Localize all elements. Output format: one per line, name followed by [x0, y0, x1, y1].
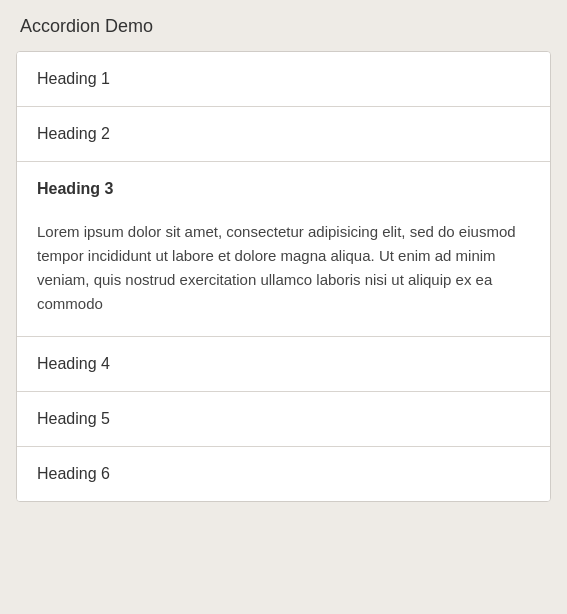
- accordion-header-5[interactable]: Heading 5: [17, 392, 550, 446]
- accordion-item-2: Heading 2: [17, 107, 550, 162]
- accordion-header-2[interactable]: Heading 2: [17, 107, 550, 161]
- accordion-item-3: Heading 3Lorem ipsum dolor sit amet, con…: [17, 162, 550, 337]
- page-container: Accordion Demo Heading 1Heading 2Heading…: [0, 0, 567, 614]
- accordion-header-6[interactable]: Heading 6: [17, 447, 550, 501]
- accordion-header-1[interactable]: Heading 1: [17, 52, 550, 106]
- accordion: Heading 1Heading 2Heading 3Lorem ipsum d…: [16, 51, 551, 502]
- accordion-item-5: Heading 5: [17, 392, 550, 447]
- accordion-item-6: Heading 6: [17, 447, 550, 501]
- accordion-header-3[interactable]: Heading 3: [17, 162, 550, 216]
- accordion-item-4: Heading 4: [17, 337, 550, 392]
- accordion-body-3: Lorem ipsum dolor sit amet, consectetur …: [17, 216, 550, 336]
- accordion-header-4[interactable]: Heading 4: [17, 337, 550, 391]
- page-title: Accordion Demo: [16, 16, 551, 37]
- accordion-item-1: Heading 1: [17, 52, 550, 107]
